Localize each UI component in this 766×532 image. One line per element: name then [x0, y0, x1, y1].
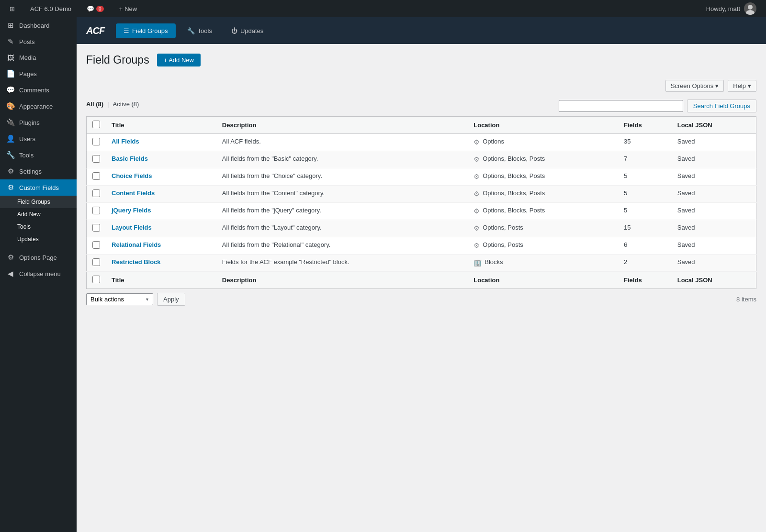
row-title-link[interactable]: Layout Fields [112, 224, 152, 231]
submenu-item-add-new[interactable]: Add New [0, 208, 77, 221]
row-checkbox[interactable] [92, 138, 100, 145]
table-row: Relational Fields All fields from the "R… [87, 237, 756, 255]
filter-tab-all[interactable]: All (8) [86, 100, 103, 108]
apply-button[interactable]: Apply [157, 293, 185, 306]
updates-tab-icon: ⏻ [231, 27, 237, 34]
sidebar-item-users[interactable]: 👤 Users [0, 131, 77, 147]
filter-tab-active[interactable]: Active (8) [113, 100, 139, 108]
sidebar-label-settings: Settings [19, 168, 42, 175]
filter-tabs: All (8) | Active (8) [86, 100, 139, 108]
row-title-link[interactable]: Restricted Block [112, 258, 161, 266]
site-name-label: ACF 6.0 Demo [30, 5, 71, 12]
sidebar-item-media[interactable]: 🖼 Media [0, 50, 77, 66]
fields-column-header: Fields [618, 117, 672, 134]
row-description-cell: All ACF fields. [216, 134, 468, 151]
submenu-item-updates[interactable]: Updates [0, 233, 77, 245]
plugins-icon: 🔌 [6, 118, 15, 127]
row-local-json-cell: Saved [672, 220, 756, 237]
footer-select-all-checkbox[interactable] [92, 276, 100, 283]
row-location-value: Options, Blocks, Posts [483, 155, 545, 162]
location-icon: ⚙ [473, 155, 480, 163]
screen-options-chevron-icon: ▾ [715, 82, 719, 89]
sidebar-item-dashboard[interactable]: ⊞ Dashboard [0, 17, 77, 33]
add-new-button[interactable]: + Add New [157, 54, 201, 66]
wp-logo-button[interactable]: ⊞ [6, 3, 19, 14]
users-icon: 👤 [6, 134, 15, 143]
row-title-link[interactable]: All Fields [112, 138, 139, 145]
search-button[interactable]: Search Field Groups [687, 100, 756, 112]
row-checkbox[interactable] [92, 258, 100, 266]
row-location-cell: ⚙ Options, Blocks, Posts [468, 151, 618, 168]
site-name-button[interactable]: ACF 6.0 Demo [26, 3, 75, 14]
sidebar-item-collapse[interactable]: ◀ Collapse menu [0, 266, 77, 282]
row-local-json-cell: Saved [672, 237, 756, 255]
row-checkbox[interactable] [92, 172, 100, 180]
new-content-button[interactable]: + New [115, 3, 141, 14]
footer-description-column: Description [216, 272, 468, 289]
custom-fields-icon: ⚙ [6, 183, 15, 192]
row-location-cell: ⚙ Options, Blocks, Posts [468, 203, 618, 220]
row-checkbox[interactable] [92, 207, 100, 214]
sidebar-item-custom-fields[interactable]: ⚙ Custom Fields Field Groups Add New Too… [0, 179, 77, 245]
acf-tab-field-groups[interactable]: ☰ Field Groups [116, 23, 175, 38]
tools-icon: 🔧 [6, 151, 15, 159]
row-location-value: Options, Posts [483, 241, 523, 248]
row-title-link[interactable]: jQuery Fields [112, 207, 151, 214]
screen-options-button[interactable]: Screen Options ▾ [665, 80, 724, 92]
row-title-link[interactable]: Basic Fields [112, 155, 148, 162]
row-location-value: Options, Blocks, Posts [483, 189, 545, 197]
table-row: Basic Fields All fields from the "Basic"… [87, 151, 756, 168]
sidebar-item-settings[interactable]: ⚙ Settings [0, 163, 77, 179]
sidebar-item-posts[interactable]: ✎ Posts [0, 33, 77, 50]
row-description-cell: All fields from the "Layout" category. [216, 220, 468, 237]
sidebar-label-dashboard: Dashboard [19, 22, 50, 29]
row-checkbox[interactable] [92, 189, 100, 197]
admin-sidebar: ⊞ Dashboard ✎ Posts 🖼 Media 📄 Pa [0, 17, 77, 532]
acf-tab-tools[interactable]: 🔧 Tools [180, 23, 220, 38]
main-content: ACF ☰ Field Groups 🔧 Tools ⏻ Updates Fie… [77, 17, 766, 532]
sidebar-label-comments: Comments [19, 87, 49, 94]
sidebar-label-media: Media [19, 54, 36, 61]
user-avatar [744, 2, 756, 15]
submenu-item-field-groups[interactable]: Field Groups [0, 196, 77, 208]
location-icon: ⚙ [473, 138, 480, 146]
submenu-item-tools[interactable]: Tools [0, 221, 77, 233]
row-location-value: Options [483, 138, 504, 145]
table-footer: Title Description Location Fields Local … [87, 272, 756, 289]
collapse-icon: ◀ [6, 269, 15, 278]
row-location-cell: ⚙ Options, Posts [468, 220, 618, 237]
sidebar-label-appearance: Appearance [19, 103, 53, 110]
sidebar-item-appearance[interactable]: 🎨 Appearance [0, 98, 77, 114]
sidebar-item-pages[interactable]: 📄 Pages [0, 66, 77, 82]
table-row: Layout Fields All fields from the "Layou… [87, 220, 756, 237]
acf-tab-updates[interactable]: ⏻ Updates [224, 23, 271, 38]
bulk-actions-select[interactable]: Bulk actions Delete [86, 293, 153, 305]
location-icon: ⚙ [473, 190, 480, 198]
user-greeting[interactable]: Howdy, matt [702, 0, 760, 17]
row-fields-cell: 6 [618, 237, 672, 255]
row-local-json-cell: Saved [672, 255, 756, 272]
comments-count: 0 [96, 6, 104, 12]
sidebar-item-options-page[interactable]: ⚙ Options Page [0, 249, 77, 266]
bottom-tablenav: Bulk actions Delete Apply 8 items [86, 293, 756, 306]
select-all-checkbox[interactable] [92, 121, 100, 128]
row-checkbox[interactable] [92, 155, 100, 163]
sidebar-item-tools[interactable]: 🔧 Tools [0, 147, 77, 163]
tablenav-top: Screen Options ▾ Help ▾ [86, 76, 756, 96]
local-json-column-header: Local JSON [672, 117, 756, 134]
comments-button[interactable]: 💬 0 [83, 3, 108, 14]
table-row: Restricted Block Fields for the ACF exam… [87, 255, 756, 272]
sidebar-item-comments[interactable]: 💬 Comments [0, 82, 77, 98]
row-title-link[interactable]: Relational Fields [112, 241, 161, 248]
page-body: Field Groups + Add New Screen Options ▾ … [77, 44, 766, 315]
row-title-link[interactable]: Choice Fields [112, 172, 152, 179]
sidebar-label-tools: Tools [19, 152, 34, 159]
row-checkbox[interactable] [92, 224, 100, 232]
search-input[interactable] [559, 100, 683, 112]
dashboard-icon: ⊞ [6, 21, 15, 30]
sidebar-item-plugins[interactable]: 🔌 Plugins [0, 114, 77, 131]
row-checkbox[interactable] [92, 241, 100, 249]
row-title-link[interactable]: Content Fields [112, 189, 155, 197]
help-button[interactable]: Help ▾ [728, 80, 756, 92]
posts-icon: ✎ [6, 37, 15, 46]
